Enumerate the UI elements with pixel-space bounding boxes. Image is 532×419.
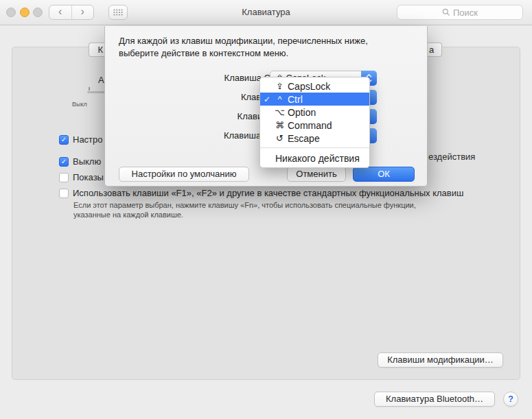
capslock-key-icon: ⇪ (274, 81, 286, 91)
checkmark-icon: ✓ (264, 95, 274, 104)
menu-item-escape[interactable]: ↺ Escape (260, 132, 369, 145)
modifier-keys-button[interactable]: Клавиши модификации… (378, 352, 503, 368)
help-button[interactable]: ? (503, 392, 518, 407)
menu-item-label: Command (288, 120, 332, 131)
menu-item-ctrl-selected[interactable]: ✓ ^ Ctrl (260, 93, 369, 106)
check-glyph: ✓ (61, 136, 67, 143)
menu-item-label: Ctrl (288, 94, 303, 105)
hidden-text-fragment: ездействия (428, 152, 475, 162)
checkbox-row[interactable]: ✓ Выклю (59, 156, 101, 167)
search-placeholder: Поиск (453, 8, 478, 18)
slider-tick (89, 87, 90, 91)
checkbox-checked-icon[interactable]: ✓ (59, 135, 69, 145)
fn-keys-note-line2: указанные на каждой клавише. (73, 211, 183, 219)
fn-keys-checkbox-row[interactable]: Использовать клавиши «F1», «F2» и другие… (59, 188, 463, 198)
menu-item-label: Option (288, 107, 316, 118)
menu-item-label: CapsLock (288, 81, 330, 92)
titlebar: ‹ › Клавиатура Поиск (0, 0, 532, 25)
menu-item-label: Escape (288, 133, 320, 144)
menu-item-capslock[interactable]: ⇪ CapsLock (260, 80, 369, 93)
command-key-icon: ⌘ (274, 120, 286, 130)
fn-keys-checkbox-label: Использовать клавиши «F1», «F2» и другие… (73, 188, 463, 198)
control-key-action-menu: ⇪ CapsLock ✓ ^ Ctrl ⌥ Option ⌘ Command ↺… (259, 77, 370, 168)
slider-fragment[interactable] (87, 91, 106, 93)
checkbox-row[interactable]: ✓ Настро (59, 134, 103, 145)
checkbox-label: Выклю (73, 156, 101, 167)
menu-item-command[interactable]: ⌘ Command (260, 119, 369, 132)
menu-item-option[interactable]: ⌥ Option (260, 106, 369, 119)
search-input[interactable]: Поиск (397, 5, 523, 20)
checkbox-unchecked-icon[interactable] (59, 189, 69, 198)
check-glyph: ✓ (61, 158, 67, 165)
tab-right-fragment[interactable]: а (427, 43, 442, 57)
checkbox-checked-icon[interactable]: ✓ (59, 157, 69, 167)
cancel-button[interactable]: Отменить (287, 167, 346, 182)
menu-separator (260, 147, 369, 148)
checkbox-label: Показы (73, 172, 104, 182)
ok-button[interactable]: ОК (353, 167, 415, 182)
bluetooth-keyboard-button[interactable]: Клавиатура Bluetooth… (374, 392, 495, 407)
dialog-header-line2: выберите действие в контекстном меню. (119, 47, 368, 60)
dialog-header-line1: Для каждой из клавиш модификации, перечи… (119, 35, 368, 47)
section-heading-fragment: А (98, 75, 104, 85)
escape-key-icon: ↺ (274, 133, 286, 143)
menu-item-no-action[interactable]: Никакого действия (260, 151, 369, 165)
checkbox-row[interactable]: Показы (59, 172, 104, 182)
dialog-header: Для каждой из клавиш модификации, перечи… (119, 35, 368, 60)
search-icon (442, 8, 450, 16)
fn-keys-note-line1: Если этот параметр выбран, нажмите клави… (73, 201, 416, 209)
option-key-icon: ⌥ (274, 107, 286, 117)
checkbox-label: Настро (73, 134, 103, 145)
restore-defaults-button[interactable]: Настройки по умолчанию (119, 167, 249, 182)
tab-keyboard-fragment[interactable]: К (89, 43, 105, 57)
checkbox-unchecked-icon[interactable] (59, 173, 69, 182)
control-key-icon: ^ (274, 94, 286, 104)
slider-off-label: Выкл (72, 101, 87, 108)
